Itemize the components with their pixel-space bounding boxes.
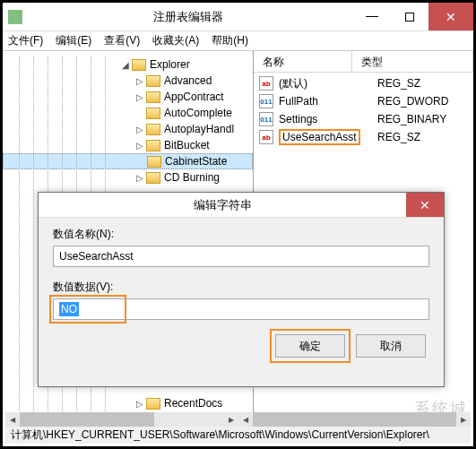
status-bar: 计算机\HKEY_CURRENT_USER\Software\Microsoft…	[5, 427, 471, 444]
tree-expander-icon[interactable]: ◢	[119, 58, 132, 71]
value-name: Settings	[279, 113, 372, 125]
dialog-title: 编辑字符串	[39, 197, 406, 213]
col-type[interactable]: 类型	[352, 51, 473, 72]
tree-label: AutoplayHandl	[164, 123, 234, 135]
tree-expander-icon[interactable]: ▷	[134, 74, 146, 87]
value-type: REG_SZ	[377, 77, 473, 90]
menu-edit[interactable]: 编辑(E)	[56, 33, 91, 48]
tree-node[interactable]: AutoComplete	[3, 105, 253, 121]
folder-icon	[146, 75, 160, 87]
tree-label: BitBucket	[164, 139, 210, 151]
tree-node[interactable]: ▷BitBucket	[3, 137, 253, 153]
menu-favorites[interactable]: 收藏夹(A)	[152, 33, 199, 48]
value-data-input[interactable]: NO	[53, 298, 429, 320]
tree-expander-icon[interactable]	[134, 107, 146, 119]
value-type: REG_BINARY	[377, 113, 473, 125]
binary-value-icon: 011	[259, 94, 273, 108]
list-row[interactable]: 011SettingsREG_BINARY	[254, 110, 473, 128]
value-data-label: 数值数据(V):	[53, 280, 429, 295]
scroll-right-button[interactable]: ▶	[224, 412, 238, 427]
menu-view[interactable]: 查看(V)	[104, 33, 140, 48]
registry-editor-window: 注册表编辑器 ✕ 文件(F) 编辑(E) 查看(V) 收藏夹(A) 帮助(H)	[0, 0, 476, 449]
tree-node[interactable]: ▷RecentDocs	[3, 395, 253, 411]
value-name-input[interactable]	[53, 246, 429, 267]
tree-label: CabinetState	[165, 155, 227, 168]
menu-bar: 文件(F) 编辑(E) 查看(V) 收藏夹(A) 帮助(H)	[3, 31, 473, 51]
tree-expander-icon[interactable]: ▷	[134, 139, 146, 151]
value-type: REG_DWORD	[377, 95, 473, 108]
folder-icon	[146, 172, 160, 184]
folder-icon	[146, 108, 160, 119]
tree-label: Explorer	[150, 58, 190, 71]
dialog-close-button[interactable]: ✕	[406, 193, 444, 217]
tree-node-selected[interactable]: CabinetState	[3, 153, 253, 169]
col-name[interactable]: 名称	[254, 51, 352, 72]
tree-expander-icon[interactable]	[134, 155, 147, 168]
binary-value-icon: 011	[259, 112, 273, 126]
tree-node[interactable]: ▷CD Burning	[3, 169, 253, 186]
tree-node[interactable]: ▷Advanced	[3, 73, 253, 89]
value-name: FullPath	[279, 95, 372, 108]
list-row[interactable]: abUseSearchAsstREG_SZ	[254, 128, 473, 146]
string-value-icon: ab	[259, 130, 273, 144]
menu-file[interactable]: 文件(F)	[8, 33, 43, 48]
app-icon	[8, 10, 22, 24]
window-controls: ✕	[353, 3, 473, 30]
scroll-left-button[interactable]: ◀	[5, 412, 20, 427]
value-type: REG_SZ	[377, 131, 473, 143]
tree-node-root[interactable]: ◢ Explorer	[3, 56, 253, 73]
list-row[interactable]: 011FullPathREG_DWORD	[254, 92, 473, 110]
scroll-right-button[interactable]: ▶	[456, 412, 471, 427]
menu-help[interactable]: 帮助(H)	[212, 33, 248, 48]
tree-label: RecentDocs	[164, 397, 222, 410]
folder-icon	[146, 398, 160, 410]
dialog-body: 数值名称(N): 数值数据(V): NO 确定 取消	[39, 218, 444, 358]
tree-node[interactable]: ▷AutoplayHandl	[3, 121, 253, 137]
value-name-label: 数值名称(N):	[53, 227, 429, 242]
tree-node[interactable]: ▷AppContract	[3, 89, 253, 105]
tree-expander-icon[interactable]: ▷	[134, 397, 146, 410]
folder-icon	[146, 124, 160, 135]
minimize-button[interactable]	[353, 3, 391, 30]
tree-label: CD Burning	[164, 171, 220, 184]
close-button[interactable]: ✕	[428, 3, 473, 30]
folder-icon	[147, 156, 161, 168]
tree-label: AutoComplete	[164, 107, 232, 119]
ok-button[interactable]: 确定	[275, 334, 345, 358]
window-title: 注册表编辑器	[22, 9, 353, 25]
list-header: 名称 类型	[254, 51, 473, 73]
dialog-buttons: 确定 取消	[53, 334, 429, 358]
dialog-titlebar: 编辑字符串 ✕	[39, 193, 444, 218]
horizontal-scrollbar[interactable]: ◀ ▶ ◀ ▶	[5, 412, 471, 427]
main-titlebar: 注册表编辑器 ✕	[3, 3, 473, 31]
cancel-button[interactable]: 取消	[356, 334, 426, 358]
tree-expander-icon[interactable]: ▷	[134, 171, 146, 184]
tree-label: AppContract	[164, 91, 224, 103]
tree-label: Advanced	[164, 74, 212, 87]
folder-icon	[132, 59, 146, 71]
string-value-icon: ab	[259, 76, 273, 91]
status-path: 计算机\HKEY_CURRENT_USER\Software\Microsoft…	[11, 427, 429, 443]
value-name: UseSearchAsst	[279, 131, 372, 143]
value-name: (默认)	[279, 76, 372, 91]
folder-icon	[146, 91, 160, 103]
list-row[interactable]: ab(默认)REG_SZ	[254, 74, 473, 92]
tree-expander-icon[interactable]: ▷	[134, 91, 146, 103]
edit-string-dialog: 编辑字符串 ✕ 数值名称(N): 数值数据(V): NO 确定 取消	[38, 192, 445, 387]
tree-expander-icon[interactable]: ▷	[134, 123, 146, 135]
maximize-button[interactable]	[391, 3, 428, 30]
scroll-left-button[interactable]: ◀	[238, 412, 253, 427]
folder-icon	[146, 140, 160, 151]
